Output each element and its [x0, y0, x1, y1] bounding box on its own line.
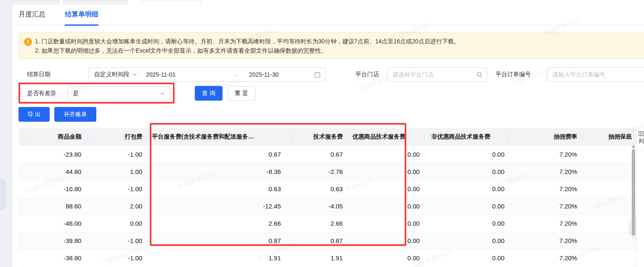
vertical-scrollbar-thumb[interactable] [632, 149, 635, 235]
table-cell: -23.80 [24, 146, 88, 163]
notice-line-1: 1. 门店数量或时间跨度较大会增加账单生成时间，请耐心等待。月初、月末为下载高峰… [35, 37, 639, 46]
chevron-down-icon [160, 91, 165, 96]
has-difference-select[interactable]: 是 [67, 86, 170, 101]
export-button[interactable]: 导 出 [19, 107, 50, 122]
filter-row-1: 结算日期 自定义时间段 2025-11-01 → 2025-11-30 平台门店… [0, 67, 644, 82]
table-cell: -1.00 [88, 180, 148, 198]
table-row: -10.80-1.000.630.630.000.007.20% [19, 180, 637, 198]
table-cell: -38.80 [24, 249, 88, 267]
table-header-row: 商品金额打包费平台服务费(含技术服务费和配送服务…技术服务费优惠商品技术服务费非… [19, 128, 637, 146]
table-cell [19, 146, 24, 163]
tab-monthly-summary[interactable]: 月度汇总 [19, 10, 45, 26]
table-cell: 0.00 [425, 198, 509, 215]
table-cell: 0.00 [425, 232, 509, 249]
column-header: 优惠商品技术服务费 [347, 128, 425, 146]
date-mode-select[interactable]: 自定义时间段 [89, 71, 132, 78]
table-row: 44.801.00-8.36-2.760.000.007.20% [19, 163, 637, 180]
date-range-picker[interactable]: 自定义时间段 2025-11-01 → 2025-11-30 [88, 67, 326, 82]
table-cell: 7.20% [508, 180, 583, 198]
column-header: 打包费 [88, 128, 148, 146]
table-cell: 0.00 [425, 215, 509, 232]
filter-row-2: 是否有差异 是 查 询 重 置 [0, 86, 644, 101]
table-cell: 0.00 [425, 163, 509, 180]
table-cell: 0.87 [148, 232, 293, 249]
column-header: 非优惠商品技术服务费 [425, 128, 509, 146]
table-cell: -1.00 [88, 232, 148, 249]
table-cell: -10.80 [24, 180, 88, 198]
top-tab-bar: 新零售首页 乐檬中台系统设置 饿了么开支对账 [13, 0, 204, 5]
fill-bills-button[interactable]: 补齐账单 [54, 107, 96, 122]
table-cell: -12.45 [148, 198, 293, 215]
table-cell [583, 249, 637, 267]
table-cell: 0.00 [347, 180, 425, 198]
notice-line-2: 2. 如果您下载的明细过多，无法在一个Excel文件中全部显示，如有多文件请查看… [35, 46, 639, 55]
table-cell: -1.00 [88, 249, 148, 267]
table-cell [583, 198, 637, 215]
warning-icon: ! [24, 38, 32, 46]
column-settings-rail[interactable]: 列 [636, 128, 644, 267]
table-cell: 2.66 [293, 215, 347, 232]
chevron-down-icon [132, 72, 137, 77]
table-cell: 0.00 [425, 180, 509, 198]
platform-store-input[interactable] [387, 67, 487, 82]
platform-order-no-label: 平台订单编号 [496, 71, 531, 78]
table-cell: -46.00 [24, 215, 88, 232]
table-cell: 0.63 [148, 180, 293, 198]
table-cell: 0.00 [425, 249, 509, 267]
table-cell: 7.20% [508, 249, 583, 267]
notice-banner: ! 1. 门店数量或时间跨度较大会增加账单生成时间，请耐心等待。月初、月末为下载… [19, 32, 644, 59]
start-date-value[interactable]: 2025-11-01 [141, 71, 228, 78]
table-row: 88.602.00-12.45-4.050.000.007.20% [19, 198, 637, 215]
top-tab-reconciliation[interactable]: 饿了么开支对账 [142, 0, 201, 5]
search-button[interactable]: 查 询 [195, 86, 223, 101]
column-header-clipped [19, 128, 24, 146]
table-cell: 0.00 [347, 163, 425, 180]
end-date-value[interactable]: 2025-11-30 [243, 71, 314, 78]
table-row: -46.000.002.662.660.000.007.20% [19, 215, 637, 232]
top-tab-system-settings[interactable]: 乐檬中台系统设置 [63, 0, 128, 5]
column-header: 抽佣保底 [583, 128, 637, 146]
reset-button[interactable]: 重 置 [228, 86, 255, 101]
table-cell: 0.00 [425, 146, 509, 163]
table-cell: 1.91 [293, 249, 347, 267]
sub-tab-bar: 月度汇总 结算单明细 [19, 10, 98, 26]
table-cell: 0.00 [347, 198, 425, 215]
columns-grid-icon [639, 131, 644, 136]
table-cell: -1.00 [88, 146, 148, 163]
left-drawer-handle[interactable] [0, 179, 6, 210]
column-header: 商品金额 [24, 128, 88, 146]
platform-store-label: 平台门店 [355, 71, 379, 78]
table-cell: -4.05 [293, 198, 347, 215]
table-cell: 7.20% [508, 198, 583, 215]
table-cell [19, 163, 24, 180]
settlement-table: 商品金额打包费平台服务费(含技术服务费和配送服务…技术服务费优惠商品技术服务费非… [19, 128, 637, 267]
scroll-up-arrow-icon[interactable] [632, 145, 635, 148]
table-cell: 0.87 [293, 232, 347, 249]
column-header: 技术服务费 [293, 128, 347, 146]
date-range-arrow-icon: → [228, 71, 243, 78]
table-cell: 0.00 [347, 215, 425, 232]
table-cell: 0.00 [347, 232, 425, 249]
tab-settlement-detail[interactable]: 结算单明细 [65, 10, 98, 26]
has-difference-label: 是否有差异 [27, 90, 56, 97]
table-cell [583, 215, 637, 232]
table-cell: 7.20% [508, 215, 583, 232]
top-tab-home[interactable]: 新零售首页 [13, 0, 60, 5]
table-cell: -8.36 [148, 163, 293, 180]
table-cell: 0.67 [148, 146, 293, 163]
table-cell [19, 249, 24, 267]
table-cell [583, 163, 637, 180]
settle-date-label: 结算日期 [27, 71, 50, 78]
table-row: -23.80-1.000.670.670.000.007.20% [19, 146, 637, 163]
table-cell: 7.20% [508, 232, 583, 249]
rail-divider [637, 150, 644, 150]
platform-order-no-input[interactable] [547, 67, 644, 82]
table-cell: 2.66 [148, 215, 293, 232]
table-cell [583, 180, 637, 198]
table-row: -39.80-1.000.870.870.000.007.20% [19, 232, 637, 249]
column-settings-label: 列 [639, 138, 644, 144]
action-row: 导 出 补齐账单 [0, 107, 252, 122]
subtab-divider [13, 25, 644, 25]
table-cell: 44.80 [24, 163, 88, 180]
table-cell: 0.63 [293, 180, 347, 198]
